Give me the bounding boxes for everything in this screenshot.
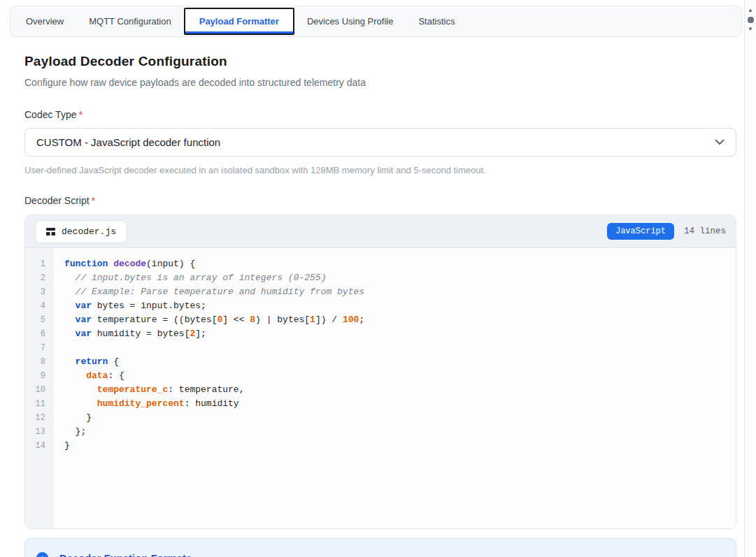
line-number: 9 <box>25 369 45 383</box>
line-number: 14 <box>25 439 45 453</box>
scroll-up-icon[interactable]: ▲ <box>748 6 753 15</box>
code-line: temperature_c: temperature, <box>64 383 736 397</box>
info-icon: i <box>36 552 48 557</box>
payload-formatter-panel: Payload Decoder Configuration Configure … <box>0 54 756 557</box>
editor-header: decoder.js JavaScript 14 lines <box>25 215 736 248</box>
line-number: 10 <box>25 383 45 397</box>
codec-type-select[interactable]: CUSTOM - JavaScript decoder function <box>24 128 736 157</box>
code-line: } <box>64 411 736 425</box>
file-name: decoder.js <box>62 226 116 237</box>
page-subtitle: Configure how raw device payloads are de… <box>24 77 736 88</box>
codec-type-label: Codec Type* <box>24 109 736 120</box>
file-tab[interactable]: decoder.js <box>35 220 127 243</box>
vertical-scrollbar[interactable]: ▲ ▼ <box>744 0 756 557</box>
code-line: function decode(input) { <box>64 257 736 271</box>
code-line <box>64 341 736 355</box>
code-line: }; <box>64 425 736 439</box>
code-line: var temperature = ((bytes[0] << 8) | byt… <box>64 313 736 327</box>
line-number: 13 <box>25 425 45 439</box>
tab-devices-using-profile[interactable]: Devices Using Profile <box>294 8 406 35</box>
line-number: 7 <box>25 341 45 355</box>
code-line: return { <box>64 355 736 369</box>
line-number: 6 <box>25 327 45 341</box>
code-line: // input.bytes is an array of integers (… <box>64 271 736 285</box>
line-number: 1 <box>25 257 45 271</box>
editor-body: 1234567891011121314 function decode(inpu… <box>25 248 736 529</box>
line-number: 2 <box>25 271 45 285</box>
line-number: 5 <box>25 313 45 327</box>
editor-gutter: 1234567891011121314 <box>25 248 53 529</box>
code-line: data: { <box>64 369 736 383</box>
scroll-down-icon[interactable]: ▼ <box>748 25 753 34</box>
page-title: Payload Decoder Configuration <box>24 54 736 69</box>
line-number: 3 <box>25 285 45 299</box>
line-number: 8 <box>25 355 45 369</box>
code-editor: decoder.js JavaScript 14 lines 123456789… <box>24 215 736 529</box>
chevron-down-icon <box>715 139 725 145</box>
decoder-formats-info-box: i Decoder Function Formats <box>24 538 736 557</box>
code-line: var bytes = input.bytes; <box>64 299 736 313</box>
info-box-title: Decoder Function Formats <box>59 553 192 557</box>
required-asterisk: * <box>78 109 82 120</box>
profile-tab-bar: Overview MQTT Configuration Payload Form… <box>10 6 742 37</box>
code-line: var humidity = bytes[2]; <box>64 327 736 341</box>
code-line: humidity_percent: humidity <box>64 397 736 411</box>
tab-statistics[interactable]: Statistics <box>406 8 467 35</box>
line-count: 14 lines <box>684 226 726 236</box>
line-number: 11 <box>25 397 45 411</box>
decoder-script-label: Decoder Script* <box>24 195 736 206</box>
required-asterisk: * <box>92 195 95 206</box>
language-badge: JavaScript <box>607 223 674 240</box>
tab-mqtt-configuration[interactable]: MQTT Configuration <box>76 8 184 35</box>
scrollbar-thumb[interactable] <box>748 17 754 23</box>
codec-type-selected-value: CUSTOM - JavaScript decoder function <box>36 136 715 148</box>
line-number: 12 <box>25 411 45 425</box>
editor-header-right: JavaScript 14 lines <box>607 223 726 240</box>
tab-overview[interactable]: Overview <box>13 8 76 35</box>
code-line: } <box>64 439 736 453</box>
codec-type-label-text: Codec Type <box>24 109 76 120</box>
code-line: // Example: Parse temperature and humidi… <box>64 285 736 299</box>
decoder-script-label-text: Decoder Script <box>24 195 90 206</box>
tab-payload-formatter[interactable]: Payload Formatter <box>184 8 294 35</box>
editor-code[interactable]: function decode(input) { // input.bytes … <box>53 248 736 529</box>
codec-type-helper-text: User-defined JavaScript decoder executed… <box>24 165 736 175</box>
file-icon <box>46 227 55 236</box>
line-number: 4 <box>25 299 45 313</box>
